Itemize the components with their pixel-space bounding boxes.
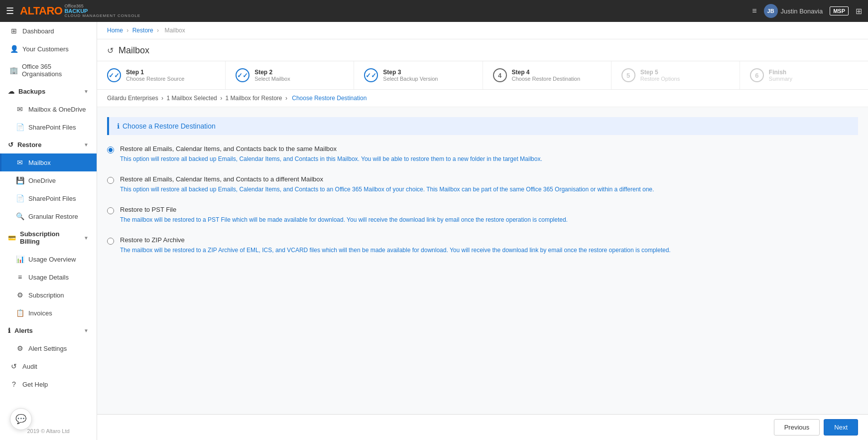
sidebar-item-label: Get Help — [22, 381, 48, 388]
grid-icon[interactable]: ⊞ — [856, 6, 862, 16]
sub-breadcrumb-org[interactable]: Gilardu Enterprises — [107, 95, 158, 102]
sidebar-item-label: Usage Details — [28, 274, 69, 281]
logo-office365: Office365 BACKUP CLOUD MANAGEMENT CONSOL… — [64, 4, 140, 18]
restore-section: ℹ Choose a Restore Destination Restore a… — [97, 107, 868, 277]
sidebar-item-label: Your Customers — [22, 45, 69, 53]
sidebar-item-alert-settings[interactable]: ⚙ Alert Settings — [0, 339, 97, 357]
step-6-info: Finish Summary — [769, 69, 792, 82]
step-6-sublabel: Summary — [769, 76, 792, 82]
sidebar-item-mailbox-onedrive[interactable]: ✉ Mailbox & OneDrive — [0, 100, 97, 118]
mailbox-icon: ✉ — [15, 158, 24, 166]
step-4-info: Step 4 Choose Restore Destination — [512, 69, 581, 82]
usage-overview-icon: 📊 — [15, 255, 24, 263]
backups-section-header[interactable]: ☁ Backups ▼ — [0, 83, 97, 100]
main-layout: ⊞ Dashboard 👤 Your Customers 🏢 Office 36… — [0, 22, 868, 440]
step-6-label: Finish — [769, 69, 792, 76]
sub-breadcrumb-sep3: › — [285, 95, 289, 102]
sidebar-item-subscription[interactable]: ⚙ Subscription — [0, 286, 97, 304]
option-different-mailbox-radio[interactable] — [107, 177, 114, 184]
step-4-sublabel: Choose Restore Destination — [512, 76, 581, 82]
option-zip-radio[interactable] — [107, 238, 114, 245]
alerts-section-header[interactable]: ℹ Alerts ▼ — [0, 322, 97, 339]
subscription-billing-section-header[interactable]: 💳 Subscription Billing ▼ — [0, 225, 97, 250]
sidebar-item-usage-details[interactable]: ≡ Usage Details — [0, 268, 97, 286]
option-same-mailbox: Restore all Emails, Calendar Items, and … — [107, 145, 858, 163]
option-zip-title: Restore to ZIP Archive — [120, 236, 858, 244]
step-5-info: Step 5 Restore Options — [640, 69, 680, 82]
restore-section-header[interactable]: ↺ Restore ▼ — [0, 136, 97, 153]
subscription-icon: ⚙ — [15, 291, 24, 299]
hamburger-icon[interactable]: ☰ — [6, 5, 14, 16]
breadcrumb: Home › Restore › Mailbox — [97, 22, 868, 39]
step-5: 5 Step 5 Restore Options — [612, 61, 740, 89]
sidebar-item-your-customers[interactable]: 👤 Your Customers — [0, 40, 97, 58]
sidebar-item-label: SharePoint Files — [28, 195, 76, 202]
option-pst-file: Restore to PST File The mailbox will be … — [107, 206, 858, 224]
sub-breadcrumb-sep1: › — [161, 95, 165, 102]
option-pst-radio[interactable] — [107, 207, 114, 214]
sidebar-item-sharepoint-restore[interactable]: 📄 SharePoint Files — [0, 189, 97, 207]
sub-breadcrumb-mailbox-selected[interactable]: 1 Mailbox Selected — [166, 95, 217, 102]
sidebar-item-label: Office 365 Organisations — [22, 63, 89, 78]
list-view-icon[interactable]: ≡ — [752, 6, 756, 15]
next-button[interactable]: Next — [824, 419, 858, 436]
sidebar-item-audit[interactable]: ↺ Audit — [0, 357, 97, 375]
info-icon: ℹ — [117, 122, 120, 130]
option-pst-title: Restore to PST File — [120, 206, 858, 213]
previous-button[interactable]: Previous — [774, 419, 820, 436]
customers-icon: 👤 — [9, 45, 18, 53]
sidebar-item-onedrive[interactable]: 💾 OneDrive — [0, 171, 97, 189]
step-2-info: Step 2 Select Mailbox — [254, 69, 290, 82]
chat-bubble[interactable]: 💬 — [10, 408, 32, 430]
audit-icon: ↺ — [9, 362, 18, 370]
sub-breadcrumb-current: Choose Restore Destination — [292, 95, 367, 102]
granular-restore-icon: 🔍 — [15, 212, 24, 220]
chevron-down-icon: ▼ — [84, 142, 89, 147]
sidebar-item-invoices[interactable]: 📋 Invoices — [0, 304, 97, 322]
option-different-mailbox-desc: This option will restore all backed up E… — [120, 185, 858, 194]
steps-bar: ✓ Step 1 Choose Restore Source ✓ Step 2 … — [97, 61, 868, 90]
step-3-sublabel: Select Backup Version — [383, 76, 438, 82]
refresh-icon[interactable]: ↺ — [107, 46, 114, 55]
sidebar-item-granular-restore[interactable]: 🔍 Granular Restore — [0, 207, 97, 225]
breadcrumb-restore[interactable]: Restore — [132, 27, 153, 34]
sub-breadcrumb-sep2: › — [220, 95, 224, 102]
option-same-mailbox-radio[interactable] — [107, 147, 114, 153]
msp-badge: MSP — [830, 6, 849, 15]
option-zip-content: Restore to ZIP Archive The mailbox will … — [120, 236, 858, 255]
step-2-label: Step 2 — [254, 69, 290, 76]
bottom-bar: Previous Next — [97, 414, 868, 440]
sidebar-item-sharepoint-backups[interactable]: 📄 SharePoint Files — [0, 118, 97, 136]
step-3-info: Step 3 Select Backup Version — [383, 69, 438, 82]
step-4-label: Step 4 — [512, 69, 581, 76]
option-same-mailbox-content: Restore all Emails, Calendar Items, and … — [120, 145, 858, 163]
sidebar-item-dashboard[interactable]: ⊞ Dashboard — [0, 22, 97, 40]
avatar: JB — [764, 4, 778, 18]
page-title: Mailbox — [119, 45, 149, 56]
section-heading-text: Choose a Restore Destination — [123, 122, 216, 130]
step-2-sublabel: Select Mailbox — [254, 76, 290, 82]
sidebar-item-usage-overview[interactable]: 📊 Usage Overview — [0, 250, 97, 268]
step-6-circle: 6 — [750, 68, 764, 82]
step-2-circle: ✓ — [236, 68, 249, 82]
sharepoint-backup-icon: 📄 — [15, 123, 24, 131]
sidebar-item-get-help[interactable]: ? Get Help — [0, 375, 97, 393]
orgs-icon: 🏢 — [9, 66, 18, 74]
sidebar: ⊞ Dashboard 👤 Your Customers 🏢 Office 36… — [0, 22, 97, 440]
step-2: ✓ Step 2 Select Mailbox — [226, 61, 354, 89]
breadcrumb-sep2: › — [157, 27, 159, 34]
breadcrumb-home[interactable]: Home — [107, 27, 123, 34]
option-different-mailbox-content: Restore all Emails, Calendar Items, and … — [120, 175, 858, 194]
page-header: ↺ Mailbox — [97, 39, 868, 61]
user-info: JB Justin Bonavia — [764, 4, 823, 18]
step-3: ✓ Step 3 Select Backup Version — [354, 61, 483, 89]
sub-breadcrumb-mailbox-for-restore[interactable]: 1 Mailbox for Restore — [225, 95, 282, 102]
step-1-sublabel: Choose Restore Source — [126, 76, 184, 82]
step-1-info: Step 1 Choose Restore Source — [126, 69, 184, 82]
step-5-label: Step 5 — [640, 69, 680, 76]
sidebar-item-office365-orgs[interactable]: 🏢 Office 365 Organisations — [0, 58, 97, 83]
sidebar-item-label: SharePoint Files — [28, 124, 76, 131]
alerts-label: Alerts — [14, 327, 33, 334]
sidebar-item-mailbox[interactable]: ✉ Mailbox — [0, 153, 97, 171]
sidebar-item-label: Subscription — [28, 292, 64, 299]
